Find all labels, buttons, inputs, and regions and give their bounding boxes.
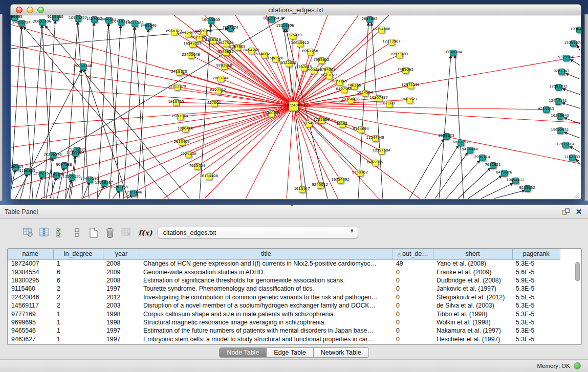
network-node[interactable]: 12213967 (388, 39, 395, 46)
table-cell[interactable]: 5.3E-5 (512, 259, 560, 268)
network-node[interactable]: 9245652 (524, 185, 531, 192)
network-node[interactable]: 12444151 (555, 98, 561, 105)
table-cell[interactable]: 9465546 (8, 326, 53, 335)
table-cell[interactable]: 5.5E-5 (512, 293, 560, 301)
network-node[interactable]: 22420046 (188, 52, 194, 59)
network-node[interactable]: 9777169 (336, 79, 343, 85)
network-node[interactable]: 17957272 (86, 177, 93, 183)
network-node[interactable]: 2718120 (176, 69, 183, 76)
network-node[interactable]: 8215953 (543, 106, 550, 113)
table-cell[interactable]: Investigating the contribution of common… (140, 293, 393, 301)
network-node[interactable]: 20053346 (80, 63, 86, 70)
table-cell[interactable]: 0 (393, 318, 433, 326)
network-node[interactable]: 10553257 (75, 15, 81, 22)
table-cell[interactable]: Disruption of a novel member of a sodium… (140, 301, 393, 310)
table-cell[interactable]: 1 (53, 259, 103, 268)
table-cell[interactable]: 2003 (103, 301, 140, 310)
table-cell[interactable]: 2 (53, 293, 103, 301)
network-node[interactable]: 16033809 (208, 17, 214, 24)
table-cell[interactable]: 18724007 (8, 259, 53, 268)
table-cell[interactable]: 2 (53, 301, 103, 310)
network-node[interactable]: 7125438 (185, 151, 192, 158)
network-node[interactable]: 1527602 (91, 16, 98, 23)
network-node[interactable]: 8186328 (210, 37, 216, 44)
table-cell[interactable]: Estimation of the future numbers of pati… (140, 326, 393, 335)
table-cell[interactable]: Structural magnetic resonance image aver… (140, 318, 393, 326)
table-cell[interactable]: 0 (393, 335, 433, 343)
network-node[interactable]: 16543382 (189, 41, 196, 48)
network-node[interactable]: 1588520 (272, 56, 279, 62)
network-node[interactable]: 1810755 (173, 99, 180, 106)
network-node[interactable]: 7857224 (227, 25, 234, 32)
table-row[interactable]: 946554611997Estimation of the future num… (8, 326, 560, 335)
network-node[interactable]: 2613405 (179, 139, 185, 146)
table-cell[interactable]: 1 (53, 335, 103, 343)
table-cell[interactable]: 9777169 (8, 310, 53, 318)
table-cell[interactable]: 5.3E-5 (512, 301, 560, 310)
table-cell[interactable]: Yano et al. (2008) (433, 259, 512, 268)
table-cell[interactable]: Wolkin et al. (1998) (433, 318, 512, 326)
network-node[interactable]: 8322037 (286, 60, 292, 67)
table-row[interactable]: 969969511998Structural magnetic resonanc… (8, 318, 560, 326)
table-row[interactable]: 1830029562008Estimation of significance … (8, 276, 560, 285)
network-node[interactable]: 18724007 (289, 101, 298, 111)
table-cell[interactable]: 5.3E-5 (512, 335, 560, 343)
memory-ok-icon[interactable] (574, 362, 581, 369)
network-node[interactable]: 16754492 (337, 177, 344, 184)
network-node[interactable]: 12093832 (555, 84, 562, 91)
table-cell[interactable]: 5.6E-5 (512, 268, 560, 276)
network-node[interactable]: 12213379 (174, 84, 181, 91)
network-node[interactable]: 9474444 (467, 147, 473, 154)
table-cell[interactable]: 2012 (103, 293, 140, 301)
table-cell[interactable]: 9463627 (8, 335, 53, 343)
table-cell[interactable]: de Silva et al. (2003) (433, 301, 512, 310)
table-row[interactable]: 1456911722003Disruption of a novel membe… (8, 301, 560, 310)
table-cell[interactable]: Dudbridge et al. (2008) (433, 276, 512, 285)
table-cell[interactable]: 2009 (103, 268, 140, 276)
network-node[interactable]: 8065995 (372, 160, 379, 166)
table-cell[interactable]: 0 (393, 276, 433, 285)
tab-edge-table[interactable]: Edge Table (267, 347, 313, 358)
network-node[interactable]: 8466162 (105, 17, 112, 24)
results-panel-edge[interactable] (584, 14, 588, 201)
network-node[interactable]: 8960123 (171, 29, 178, 35)
table-cell[interactable]: Genome-wide association studies in ADHD. (140, 268, 393, 276)
table-cell[interactable]: 1998 (103, 310, 140, 318)
table-cell[interactable]: 2008 (103, 259, 140, 268)
network-node[interactable]: 16162 (339, 121, 345, 128)
network-node[interactable]: 1624554 (362, 90, 368, 97)
network-node[interactable]: 12942757 (39, 171, 46, 178)
network-node[interactable]: 16640910 (297, 40, 303, 47)
table-cell[interactable]: 0 (393, 326, 433, 335)
network-node[interactable]: 17016504 (562, 142, 569, 148)
table-cell[interactable]: 1 (53, 318, 103, 326)
scrollbar-thumb[interactable] (575, 262, 580, 281)
network-node[interactable]: 9146821 (261, 52, 268, 58)
table-cell[interactable]: 0 (393, 301, 433, 310)
network-node[interactable]: 16210643 (557, 113, 563, 120)
delete-column-icon[interactable] (103, 227, 117, 239)
network-node[interactable]: 19384554 (576, 27, 581, 33)
network-node[interactable]: 6879197 (458, 140, 464, 146)
table-cell[interactable]: 0 (393, 310, 433, 318)
network-node[interactable]: 16648784 (450, 50, 456, 56)
network-node[interactable]: 16154408 (206, 173, 212, 180)
network-node[interactable]: 12923446 (130, 190, 137, 196)
table-cell[interactable]: 5.3E-5 (512, 318, 560, 326)
network-node[interactable]: 20364436 (347, 97, 354, 103)
network-node[interactable]: 9150362 (357, 170, 363, 177)
table-cell[interactable]: Tibbo et al. (1998) (433, 310, 512, 318)
network-node[interactable]: 9097588 (61, 162, 68, 169)
table-cell[interactable]: 6 (53, 268, 103, 276)
network-node[interactable]: 6961758 (307, 49, 314, 55)
network-node[interactable]: 15692931 (557, 127, 563, 134)
network-node[interactable]: 9154694 (358, 126, 364, 133)
network-node[interactable]: 9242848 (221, 63, 228, 70)
network-node[interactable]: 1362815 (301, 64, 308, 71)
column-header-pagerank[interactable]: pagerank (512, 249, 560, 259)
network-node[interactable]: 8454749 (248, 48, 255, 54)
table-cell[interactable]: Embryonic stem cells: a model to study s… (140, 335, 393, 343)
network-node[interactable]: 9621077 (326, 73, 333, 79)
network-node[interactable]: 7625404 (194, 163, 201, 170)
table-row[interactable]: 911546021997Tourette syndrome. Phenomeno… (8, 285, 560, 293)
